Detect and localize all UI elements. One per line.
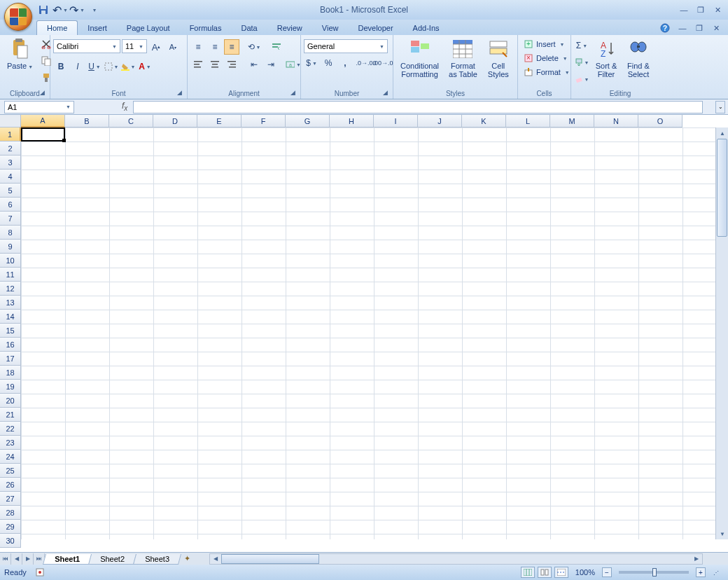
close-button[interactable]: ✕	[711, 4, 724, 15]
zoom-slider[interactable]	[619, 571, 689, 574]
row-header[interactable]: 26	[0, 478, 21, 492]
view-page-layout-button[interactable]	[538, 567, 552, 578]
sheet-nav-next[interactable]: ▶	[22, 553, 34, 565]
column-header[interactable]: B	[65, 115, 109, 127]
italic-button[interactable]: I	[70, 59, 85, 74]
align-right-button[interactable]	[224, 57, 239, 72]
shrink-font-button[interactable]: A▾	[165, 39, 181, 55]
tab-review[interactable]: Review	[267, 21, 312, 35]
row-header[interactable]: 3	[0, 156, 21, 170]
number-launcher[interactable]: ◢	[383, 89, 391, 97]
row-header[interactable]: 27	[0, 492, 21, 506]
sort-filter-button[interactable]: AZ Sort & Filter	[591, 36, 622, 80]
fx-icon[interactable]: fx	[122, 101, 127, 112]
font-size-combo[interactable]: 11▼	[122, 39, 147, 53]
restore-button[interactable]: ❐	[694, 4, 707, 15]
doc-minimize-button[interactable]: —	[676, 22, 689, 34]
row-header[interactable]: 5	[0, 184, 21, 198]
hscroll-thumb[interactable]	[221, 554, 319, 564]
horizontal-scrollbar[interactable]: ◀ ▶	[209, 553, 703, 565]
fill-color-button[interactable]: ▼	[120, 59, 136, 74]
column-header[interactable]: E	[197, 115, 241, 127]
fill-button[interactable]: ▼	[574, 55, 589, 70]
new-sheet-button[interactable]: ✦	[180, 554, 195, 563]
sheet-tab-1[interactable]: Sheet1	[43, 554, 92, 565]
row-header[interactable]: 29	[0, 520, 21, 534]
doc-restore-button[interactable]: ❐	[693, 22, 706, 34]
scroll-left-button[interactable]: ◀	[210, 554, 221, 564]
orientation-button[interactable]: ⟲▼	[246, 39, 262, 55]
save-button[interactable]	[36, 3, 50, 17]
row-header[interactable]: 6	[0, 198, 21, 212]
minimize-button[interactable]: —	[678, 4, 690, 15]
formula-bar-input[interactable]	[133, 101, 703, 113]
increase-indent-button[interactable]: ⇥	[263, 57, 279, 72]
row-header[interactable]: 22	[0, 422, 21, 436]
cells-area[interactable]	[21, 127, 715, 539]
font-name-combo[interactable]: Calibri▼	[53, 39, 120, 53]
select-all-corner[interactable]	[0, 115, 21, 127]
find-select-button[interactable]: Find & Select	[623, 36, 654, 80]
tab-formulas[interactable]: Formulas	[180, 21, 232, 35]
vscroll-thumb[interactable]	[717, 139, 727, 237]
help-button[interactable]: ?	[658, 21, 672, 35]
scroll-up-button[interactable]: ▲	[716, 127, 728, 139]
name-box[interactable]: A1▼	[4, 101, 74, 113]
zoom-level[interactable]: 100%	[575, 568, 595, 576]
column-header[interactable]: F	[241, 115, 286, 127]
tab-developer[interactable]: Developer	[348, 21, 402, 35]
row-header[interactable]: 15	[0, 324, 21, 338]
conditional-formatting-button[interactable]: Conditional Formatting	[396, 36, 443, 80]
format-cells-button[interactable]: Format▼	[521, 66, 573, 78]
undo-button[interactable]: ↶▼	[53, 3, 67, 17]
grow-font-button[interactable]: A▴	[148, 39, 164, 55]
row-header[interactable]: 12	[0, 282, 21, 296]
accounting-format-button[interactable]: $▼	[304, 55, 319, 71]
sheet-tab-3[interactable]: Sheet3	[133, 554, 181, 565]
align-left-button[interactable]	[190, 57, 206, 72]
tab-insert[interactable]: Insert	[78, 21, 117, 35]
align-bottom-button[interactable]: ≡	[224, 39, 239, 55]
tab-data[interactable]: Data	[231, 21, 267, 35]
row-header[interactable]: 17	[0, 352, 21, 366]
tab-home[interactable]: Home	[36, 20, 78, 35]
increase-decimal-button[interactable]: .0→.00	[358, 55, 374, 71]
row-header[interactable]: 1	[0, 127, 21, 141]
border-button[interactable]: ▼	[104, 59, 119, 74]
align-middle-button[interactable]: ≡	[207, 39, 223, 55]
row-header[interactable]: 7	[0, 212, 21, 226]
row-header[interactable]: 2	[0, 141, 21, 156]
row-header[interactable]: 4	[0, 170, 21, 184]
column-header[interactable]: L	[506, 115, 550, 127]
merge-center-button[interactable]: a▼	[286, 57, 301, 72]
column-header[interactable]: H	[330, 115, 374, 127]
autosum-button[interactable]: Σ▼	[574, 38, 589, 53]
align-center-button[interactable]	[207, 57, 223, 72]
decrease-indent-button[interactable]: ⇤	[246, 57, 262, 72]
bold-button[interactable]: B	[53, 59, 69, 74]
font-launcher[interactable]: ◢	[177, 89, 186, 97]
font-color-button[interactable]: A▼	[137, 59, 153, 74]
doc-close-button[interactable]: ✕	[710, 22, 722, 34]
row-header[interactable]: 10	[0, 254, 21, 268]
column-header[interactable]: D	[153, 115, 197, 127]
column-header[interactable]: K	[462, 115, 506, 127]
row-header[interactable]: 23	[0, 436, 21, 450]
view-page-break-button[interactable]	[554, 567, 568, 578]
insert-cells-button[interactable]: +Insert▼	[521, 38, 567, 50]
tab-addins[interactable]: Add-Ins	[403, 21, 449, 35]
column-header[interactable]: A	[21, 115, 65, 127]
office-button[interactable]	[4, 3, 32, 31]
row-header[interactable]: 28	[0, 506, 21, 520]
number-format-combo[interactable]: General▼	[304, 39, 388, 53]
column-header[interactable]: O	[638, 115, 682, 127]
scroll-right-button[interactable]: ▶	[691, 554, 702, 564]
zoom-out-button[interactable]: −	[602, 567, 612, 577]
tab-page-layout[interactable]: Page Layout	[117, 21, 180, 35]
row-header[interactable]: 11	[0, 268, 21, 282]
zoom-slider-knob[interactable]	[652, 568, 657, 576]
row-header[interactable]: 20	[0, 394, 21, 408]
row-header[interactable]: 21	[0, 408, 21, 422]
delete-cells-button[interactable]: ×Delete▼	[521, 52, 570, 64]
qat-customize[interactable]: ▾	[87, 3, 101, 17]
